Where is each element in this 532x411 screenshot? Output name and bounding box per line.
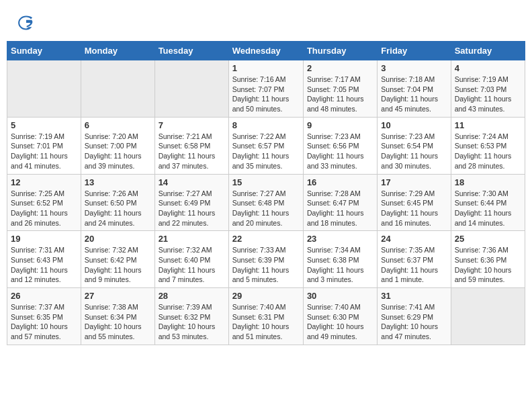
day-info: Sunrise: 7:21 AMSunset: 6:58 PMDaylight:… (159, 132, 225, 171)
day-number: 10 (381, 120, 447, 130)
day-info: Sunrise: 7:28 AMSunset: 6:47 PMDaylight:… (307, 189, 373, 228)
day-number: 17 (381, 177, 447, 187)
day-number: 9 (307, 120, 373, 130)
weekday-header-friday: Friday (378, 42, 451, 60)
calendar-cell: 30Sunrise: 7:40 AMSunset: 6:30 PMDayligh… (303, 288, 377, 345)
day-info: Sunrise: 7:20 AMSunset: 7:00 PMDaylight:… (85, 132, 151, 171)
calendar-cell (154, 60, 228, 118)
calendar-table: SundayMondayTuesdayWednesdayThursdayFrid… (7, 41, 525, 345)
calendar-week-row: 19Sunrise: 7:31 AMSunset: 6:43 PMDayligh… (7, 231, 525, 288)
calendar-week-row: 26Sunrise: 7:37 AMSunset: 6:35 PMDayligh… (7, 288, 525, 345)
day-info: Sunrise: 7:31 AMSunset: 6:43 PMDaylight:… (11, 245, 77, 285)
day-number: 8 (232, 120, 300, 130)
weekday-header-thursday: Thursday (303, 42, 377, 60)
day-number: 2 (307, 63, 373, 73)
day-info: Sunrise: 7:27 AMSunset: 6:48 PMDaylight:… (232, 189, 300, 228)
calendar-cell: 28Sunrise: 7:39 AMSunset: 6:32 PMDayligh… (154, 288, 228, 345)
calendar-cell: 18Sunrise: 7:30 AMSunset: 6:44 PMDayligh… (451, 174, 525, 231)
day-info: Sunrise: 7:39 AMSunset: 6:32 PMDaylight:… (159, 302, 225, 342)
calendar-cell: 1Sunrise: 7:16 AMSunset: 7:07 PMDaylight… (228, 60, 303, 118)
day-number: 29 (232, 291, 300, 301)
calendar-cell: 13Sunrise: 7:26 AMSunset: 6:50 PMDayligh… (81, 174, 154, 231)
calendar-cell (451, 288, 525, 345)
calendar-cell: 27Sunrise: 7:38 AMSunset: 6:34 PMDayligh… (81, 288, 154, 345)
day-number: 7 (159, 120, 225, 130)
day-info: Sunrise: 7:40 AMSunset: 6:30 PMDaylight:… (307, 302, 373, 342)
day-info: Sunrise: 7:23 AMSunset: 6:54 PMDaylight:… (381, 132, 447, 171)
weekday-header-monday: Monday (81, 42, 154, 60)
calendar-cell: 22Sunrise: 7:33 AMSunset: 6:39 PMDayligh… (228, 231, 303, 288)
day-info: Sunrise: 7:34 AMSunset: 6:38 PMDaylight:… (307, 245, 373, 285)
calendar-cell: 10Sunrise: 7:23 AMSunset: 6:54 PMDayligh… (378, 117, 451, 174)
calendar-cell: 15Sunrise: 7:27 AMSunset: 6:48 PMDayligh… (228, 174, 303, 231)
day-number: 13 (85, 177, 151, 187)
calendar-cell: 5Sunrise: 7:19 AMSunset: 7:01 PMDaylight… (7, 117, 81, 174)
day-info: Sunrise: 7:35 AMSunset: 6:37 PMDaylight:… (381, 245, 447, 285)
day-info: Sunrise: 7:30 AMSunset: 6:44 PMDaylight:… (455, 189, 521, 228)
logo-icon (17, 13, 36, 32)
day-info: Sunrise: 7:33 AMSunset: 6:39 PMDaylight:… (232, 245, 300, 285)
calendar-cell: 29Sunrise: 7:40 AMSunset: 6:31 PMDayligh… (228, 288, 303, 345)
weekday-header-row: SundayMondayTuesdayWednesdayThursdayFrid… (7, 42, 525, 60)
day-info: Sunrise: 7:25 AMSunset: 6:52 PMDaylight:… (11, 189, 77, 228)
calendar-week-row: 1Sunrise: 7:16 AMSunset: 7:07 PMDaylight… (7, 60, 525, 118)
calendar-week-row: 5Sunrise: 7:19 AMSunset: 7:01 PMDaylight… (7, 117, 525, 174)
calendar-cell (81, 60, 154, 118)
day-info: Sunrise: 7:24 AMSunset: 6:53 PMDaylight:… (455, 132, 521, 171)
calendar-cell: 9Sunrise: 7:23 AMSunset: 6:56 PMDaylight… (303, 117, 377, 174)
day-info: Sunrise: 7:37 AMSunset: 6:35 PMDaylight:… (11, 302, 77, 342)
day-number: 30 (307, 291, 373, 301)
calendar-cell: 12Sunrise: 7:25 AMSunset: 6:52 PMDayligh… (7, 174, 81, 231)
page-header (7, 7, 525, 36)
day-info: Sunrise: 7:32 AMSunset: 6:42 PMDaylight:… (85, 245, 151, 285)
calendar-cell: 23Sunrise: 7:34 AMSunset: 6:38 PMDayligh… (303, 231, 377, 288)
day-info: Sunrise: 7:17 AMSunset: 7:05 PMDaylight:… (307, 75, 373, 114)
day-info: Sunrise: 7:27 AMSunset: 6:49 PMDaylight:… (159, 189, 225, 228)
day-info: Sunrise: 7:18 AMSunset: 7:04 PMDaylight:… (381, 75, 447, 114)
day-info: Sunrise: 7:41 AMSunset: 6:29 PMDaylight:… (381, 302, 447, 342)
day-number: 6 (85, 120, 151, 130)
calendar-cell: 14Sunrise: 7:27 AMSunset: 6:49 PMDayligh… (154, 174, 228, 231)
day-number: 28 (159, 291, 225, 301)
calendar-cell: 24Sunrise: 7:35 AMSunset: 6:37 PMDayligh… (378, 231, 451, 288)
day-number: 22 (232, 234, 300, 244)
day-info: Sunrise: 7:40 AMSunset: 6:31 PMDaylight:… (232, 302, 300, 342)
day-info: Sunrise: 7:38 AMSunset: 6:34 PMDaylight:… (85, 302, 151, 342)
day-number: 15 (232, 177, 300, 187)
day-info: Sunrise: 7:36 AMSunset: 6:36 PMDaylight:… (455, 245, 521, 285)
calendar-cell (7, 60, 81, 118)
day-number: 27 (85, 291, 151, 301)
day-info: Sunrise: 7:32 AMSunset: 6:40 PMDaylight:… (159, 245, 225, 285)
calendar-cell: 4Sunrise: 7:19 AMSunset: 7:03 PMDaylight… (451, 60, 525, 118)
day-info: Sunrise: 7:19 AMSunset: 7:01 PMDaylight:… (11, 132, 77, 171)
calendar-cell: 19Sunrise: 7:31 AMSunset: 6:43 PMDayligh… (7, 231, 81, 288)
weekday-header-tuesday: Tuesday (154, 42, 228, 60)
day-info: Sunrise: 7:22 AMSunset: 6:57 PMDaylight:… (232, 132, 300, 171)
weekday-header-saturday: Saturday (451, 42, 525, 60)
calendar-cell: 7Sunrise: 7:21 AMSunset: 6:58 PMDaylight… (154, 117, 228, 174)
calendar-cell: 3Sunrise: 7:18 AMSunset: 7:04 PMDaylight… (378, 60, 451, 118)
calendar-cell: 8Sunrise: 7:22 AMSunset: 6:57 PMDaylight… (228, 117, 303, 174)
day-number: 4 (455, 63, 521, 73)
day-number: 11 (455, 120, 521, 130)
day-number: 16 (307, 177, 373, 187)
weekday-header-sunday: Sunday (7, 42, 81, 60)
day-info: Sunrise: 7:19 AMSunset: 7:03 PMDaylight:… (455, 75, 521, 114)
day-info: Sunrise: 7:29 AMSunset: 6:45 PMDaylight:… (381, 189, 447, 228)
weekday-header-wednesday: Wednesday (228, 42, 303, 60)
day-number: 20 (85, 234, 151, 244)
day-number: 1 (232, 63, 300, 73)
day-number: 3 (381, 63, 447, 73)
calendar-week-row: 12Sunrise: 7:25 AMSunset: 6:52 PMDayligh… (7, 174, 525, 231)
day-number: 24 (381, 234, 447, 244)
calendar-cell: 31Sunrise: 7:41 AMSunset: 6:29 PMDayligh… (378, 288, 451, 345)
calendar-cell: 21Sunrise: 7:32 AMSunset: 6:40 PMDayligh… (154, 231, 228, 288)
calendar-cell: 25Sunrise: 7:36 AMSunset: 6:36 PMDayligh… (451, 231, 525, 288)
logo (17, 13, 38, 32)
day-number: 5 (11, 120, 77, 130)
day-number: 26 (11, 291, 77, 301)
calendar-cell: 26Sunrise: 7:37 AMSunset: 6:35 PMDayligh… (7, 288, 81, 345)
day-number: 21 (159, 234, 225, 244)
calendar-cell: 16Sunrise: 7:28 AMSunset: 6:47 PMDayligh… (303, 174, 377, 231)
calendar-cell: 6Sunrise: 7:20 AMSunset: 7:00 PMDaylight… (81, 117, 154, 174)
